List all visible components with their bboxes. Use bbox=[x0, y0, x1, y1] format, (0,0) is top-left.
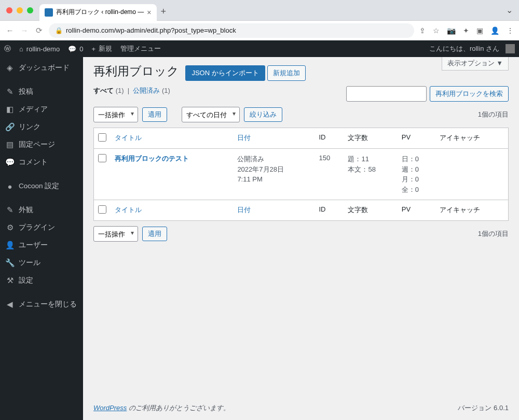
greeting-text: こんにちは、rollin さん bbox=[429, 44, 499, 53]
camera-icon[interactable]: 📷 bbox=[447, 26, 456, 35]
sidebar-item-label: ダッシュボード bbox=[19, 63, 70, 73]
col-pv: PV bbox=[398, 128, 435, 149]
main-content: 表示オプション ▼ 再利用ブロック JSON からインポート 新規追加 すべて … bbox=[83, 57, 519, 420]
sidebar-item-appearance[interactable]: ✎外観 bbox=[0, 201, 83, 219]
tablenav-top: 一括操作 適用 すべての日付 絞り込み 1個の項目 bbox=[93, 107, 509, 122]
date-filter-select[interactable]: すべての日付 bbox=[182, 107, 240, 122]
profile-icon[interactable]: 👤 bbox=[490, 26, 499, 35]
comment-icon: 💬 bbox=[68, 45, 76, 53]
item-count-bottom: 1個の項目 bbox=[478, 229, 509, 239]
minimize-window-icon[interactable] bbox=[17, 7, 23, 13]
sidebar-item-label: コメント bbox=[19, 158, 48, 167]
extensions-icon[interactable]: ✦ bbox=[463, 26, 469, 35]
new-tab-button[interactable]: + bbox=[161, 6, 167, 17]
apply-button-bottom[interactable]: 適用 bbox=[142, 227, 167, 241]
col-date[interactable]: 日付 bbox=[237, 206, 251, 214]
browser-toolbar: ← → ⟳ 🔒 rollin-demo.com/wp-admin/edit.ph… bbox=[0, 21, 519, 40]
back-button[interactable]: ← bbox=[5, 26, 15, 35]
row-title-link[interactable]: 再利用ブロックのテスト bbox=[115, 155, 189, 162]
reload-button[interactable]: ⟳ bbox=[34, 26, 44, 35]
tabs-dropdown-icon[interactable]: ⌄ bbox=[506, 5, 513, 15]
add-new-button[interactable]: 新規追加 bbox=[267, 65, 306, 81]
close-tab-icon[interactable]: × bbox=[147, 8, 151, 17]
filter-button[interactable]: 絞り込み bbox=[244, 107, 282, 122]
comment-count: 0 bbox=[79, 45, 83, 53]
filter-published[interactable]: 公開済み bbox=[133, 87, 160, 94]
close-window-icon[interactable] bbox=[6, 7, 12, 13]
search-button[interactable]: 再利用ブロックを検索 bbox=[430, 86, 509, 102]
new-content[interactable]: +新規 bbox=[87, 40, 116, 57]
star-icon[interactable]: ☆ bbox=[433, 26, 440, 35]
sidebar-item-label: 外観 bbox=[19, 205, 33, 215]
browser-tab[interactable]: 再利用ブロック ‹ rollin-demo — × bbox=[39, 4, 157, 21]
site-link[interactable]: ⌂rollin-demo bbox=[15, 40, 64, 57]
footer-thanks: のご利用ありがとうございます。 bbox=[127, 404, 230, 412]
address-bar[interactable]: 🔒 rollin-demo.com/wp-admin/edit.php?post… bbox=[49, 23, 414, 38]
wp-logo[interactable]: ⓦ bbox=[0, 40, 15, 57]
wordpress-link[interactable]: WordPress bbox=[93, 404, 127, 412]
sidebar-item-links[interactable]: 🔗リンク bbox=[0, 118, 83, 136]
sidebar-item-label: メニューを閉じる bbox=[19, 300, 77, 309]
col-date[interactable]: 日付 bbox=[237, 134, 251, 142]
new-label: 新規 bbox=[99, 44, 112, 53]
bulk-action-select-bottom[interactable]: 一括操作 bbox=[93, 226, 138, 242]
forward-button: → bbox=[20, 26, 29, 35]
apply-button[interactable]: 適用 bbox=[142, 107, 167, 122]
dashboard-icon: ◈ bbox=[5, 63, 15, 73]
favicon-icon bbox=[45, 8, 53, 17]
version-text: バージョン 6.0.1 bbox=[458, 403, 509, 413]
screen-options-toggle[interactable]: 表示オプション ▼ bbox=[442, 57, 509, 71]
col-title[interactable]: タイトル bbox=[115, 134, 142, 142]
row-eyecatch bbox=[435, 149, 509, 200]
brush-icon: ✎ bbox=[5, 205, 15, 215]
sidebar-item-tools[interactable]: 🔧ツール bbox=[0, 254, 83, 272]
admin-menu-label: 管理メニュー bbox=[120, 44, 161, 53]
import-json-button[interactable]: JSON からインポート bbox=[185, 65, 265, 81]
sidebar-item-pages[interactable]: ▤固定ページ bbox=[0, 136, 83, 153]
sidebar-collapse[interactable]: ◀メニューを閉じる bbox=[0, 296, 83, 313]
share-icon[interactable]: ⇪ bbox=[419, 26, 426, 35]
sidebar-item-settings[interactable]: ⚒設定 bbox=[0, 272, 83, 289]
panel-icon[interactable]: ▣ bbox=[476, 26, 483, 35]
filter-all[interactable]: すべて bbox=[93, 87, 114, 94]
col-id: ID bbox=[315, 128, 344, 149]
sidebar-item-media[interactable]: ◧メディア bbox=[0, 101, 83, 118]
row-checkbox[interactable] bbox=[98, 154, 106, 162]
sidebar-item-comments[interactable]: 💬コメント bbox=[0, 153, 83, 171]
cocoon-icon: ● bbox=[5, 182, 15, 191]
filter-all-count: (1) bbox=[116, 87, 124, 94]
comments-link[interactable]: 💬0 bbox=[64, 40, 87, 57]
link-icon: 🔗 bbox=[5, 122, 15, 132]
filter-published-count: (1) bbox=[162, 87, 170, 94]
lock-icon: 🔒 bbox=[55, 27, 63, 34]
sidebar-item-dashboard[interactable]: ◈ダッシュボード bbox=[0, 59, 83, 77]
col-title[interactable]: タイトル bbox=[115, 206, 142, 214]
page-icon: ▤ bbox=[5, 140, 15, 149]
search-input[interactable] bbox=[346, 86, 427, 102]
menu-icon[interactable]: ⋮ bbox=[507, 26, 514, 35]
sidebar-item-label: プラグイン bbox=[19, 223, 55, 232]
user-icon: 👤 bbox=[5, 241, 15, 250]
user-greeting[interactable]: こんにちは、rollin さん bbox=[425, 44, 519, 53]
sidebar-item-plugins[interactable]: ⚙プラグイン bbox=[0, 219, 83, 236]
sidebar-item-users[interactable]: 👤ユーザー bbox=[0, 236, 83, 254]
select-all-checkbox-bottom[interactable] bbox=[98, 205, 106, 214]
sidebar-item-cocoon[interactable]: ●Cocoon 設定 bbox=[0, 177, 83, 195]
col-eyecatch: アイキャッチ bbox=[435, 200, 509, 221]
sidebar-item-posts[interactable]: ✎投稿 bbox=[0, 83, 83, 101]
select-all-checkbox[interactable] bbox=[98, 133, 106, 142]
row-chars: 題：11 本文：58 bbox=[344, 149, 397, 200]
maximize-window-icon[interactable] bbox=[27, 7, 33, 13]
sidebar-item-label: リンク bbox=[19, 122, 40, 132]
tab-title: 再利用ブロック ‹ rollin-demo — bbox=[56, 8, 144, 17]
item-count: 1個の項目 bbox=[478, 110, 509, 119]
wordpress-icon: ⓦ bbox=[4, 44, 11, 53]
row-id: 150 bbox=[315, 149, 344, 200]
sidebar-item-label: メディア bbox=[19, 105, 48, 114]
bulk-action-select[interactable]: 一括操作 bbox=[93, 107, 138, 122]
browser-actions: ⇪ ☆ 📷 ✦ ▣ 👤 ⋮ bbox=[419, 26, 514, 35]
sidebar-item-label: ツール bbox=[19, 258, 40, 268]
site-name: rollin-demo bbox=[26, 45, 60, 53]
admin-menu-link[interactable]: 管理メニュー bbox=[116, 40, 165, 57]
col-pv: PV bbox=[398, 200, 435, 221]
